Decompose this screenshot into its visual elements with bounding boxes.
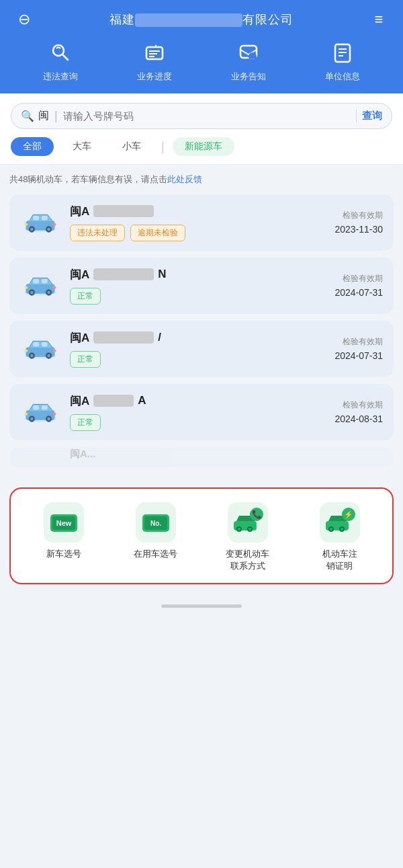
expiry-date: 2024-07-31: [334, 350, 383, 361]
action-item-new-plate[interactable]: New 新车选号: [34, 502, 94, 560]
vehicle-info: 闽AN 正常: [70, 267, 325, 305]
nav-item-unit-info[interactable]: 单位信息: [316, 42, 369, 83]
new-plate-icon-wrap: New: [44, 502, 84, 543]
vehicle-icon-wrap: [20, 274, 60, 298]
expiry-date: 2024-07-31: [334, 287, 383, 298]
vehicle-plate: 闽A: [70, 204, 325, 219]
svg-rect-46: [42, 405, 48, 409]
car-icon: [22, 337, 58, 361]
vehicle-info: 闽A...: [70, 448, 383, 466]
change-contact-icon-wrap: 📞: [228, 502, 268, 543]
badge-violation: 违法未处理: [70, 225, 125, 241]
plate-blurred: [93, 395, 134, 407]
notice-icon: ...: [238, 42, 259, 67]
home-bar: [161, 604, 242, 608]
action-item-cancel-cert[interactable]: ⚡ 机动车注销证明: [310, 502, 370, 572]
vehicle-icon-wrap: [20, 400, 60, 424]
cancel-cert-icon: ⚡: [323, 508, 357, 537]
vehicle-expiry: 检验有效期 2024-07-31: [334, 273, 383, 298]
vehicle-badges: 正常: [70, 351, 325, 368]
vehicle-icon-wrap: [20, 337, 60, 361]
vehicle-card[interactable]: 闽A 违法未处理 逾期未检验 检验有效期 2023-11-30: [9, 194, 394, 251]
action-item-used-plate[interactable]: No. 在用车选号: [126, 502, 186, 560]
new-plate-icon: New: [48, 509, 80, 536]
search-prefix: 闽: [38, 109, 49, 123]
action-label-new-plate: 新车选号: [46, 548, 81, 560]
svg-point-40: [47, 354, 50, 357]
nav-label-progress: 业务进度: [137, 71, 172, 83]
svg-point-50: [47, 417, 50, 420]
badge-normal: 正常: [70, 414, 101, 431]
vehicle-card[interactable]: 闽A/ 正常 检验有效期 2024-07-31: [9, 321, 394, 377]
nav-label-notice: 业务告知: [231, 71, 266, 83]
vehicle-card-partial: 闽A...: [9, 447, 394, 467]
logout-icon[interactable]: ⊖: [13, 11, 35, 28]
vehicle-info: 闽A 违法未处理 逾期未检验: [70, 204, 325, 241]
search-button[interactable]: 查询: [356, 110, 382, 122]
nav-item-notice[interactable]: ... 业务告知: [222, 42, 275, 83]
vehicle-info: 闽A/ 正常: [70, 330, 325, 368]
menu-icon[interactable]: ≡: [368, 11, 390, 28]
filter-tab-small[interactable]: 小车: [110, 137, 153, 156]
search-input[interactable]: [63, 110, 351, 122]
main-content: 共48辆机动车，若车辆信息有误，请点击此处反馈 闽A: [0, 165, 403, 482]
vehicle-badges: 正常: [70, 288, 325, 305]
svg-rect-15: [33, 216, 39, 220]
svg-rect-22: [53, 223, 56, 225]
car-icon: [22, 400, 58, 424]
svg-point-48: [30, 417, 34, 420]
change-contact-icon: 📞: [231, 508, 265, 537]
expiry-label: 检验有效期: [334, 399, 383, 411]
nav-bar: 违法查询 业务进度 ...: [13, 42, 390, 93]
svg-text:⚡: ⚡: [344, 510, 353, 519]
filter-tabs: 全部 大车 小车 | 新能源车: [11, 137, 392, 156]
feedback-link[interactable]: 此处反馈: [167, 174, 202, 184]
vehicle-card[interactable]: 闽AN 正常 检验有效期 2024-07-31: [9, 258, 394, 314]
vehicle-plate: 闽AN: [70, 267, 325, 282]
action-label-change-contact: 变更机动车联系方式: [226, 548, 269, 572]
svg-rect-31: [25, 286, 28, 288]
vehicle-card[interactable]: 闽AA 正常 检验有效期 2024-08-31: [9, 384, 394, 440]
vehicle-expiry: 检验有效期 2024-08-31: [334, 399, 383, 424]
svg-point-18: [30, 227, 34, 231]
svg-rect-36: [42, 342, 48, 346]
nav-item-progress[interactable]: 业务进度: [128, 42, 181, 83]
vehicle-plate: 闽A/: [70, 330, 325, 346]
svg-point-63: [249, 528, 251, 530]
unit-info-icon: [332, 42, 353, 67]
filter-tab-all[interactable]: 全部: [11, 137, 54, 156]
expiry-label: 检验有效期: [334, 273, 383, 284]
svg-point-68: [330, 528, 332, 530]
svg-point-70: [341, 528, 343, 530]
car-icon: [22, 274, 58, 298]
violation-icon: [50, 42, 71, 67]
badge-overdue: 逾期未检验: [130, 225, 185, 241]
svg-rect-16: [42, 216, 48, 220]
vehicle-badges: 违法未处理 逾期未检验: [70, 225, 325, 241]
nav-item-violation[interactable]: 违法查询: [34, 42, 87, 83]
header: ⊖ 福建有限公司 ≡ 违法查询: [0, 0, 403, 93]
svg-text:No.: No.: [150, 520, 161, 527]
filter-tab-new-energy[interactable]: 新能源车: [173, 137, 234, 156]
svg-rect-51: [25, 412, 28, 415]
plate-blurred: [93, 205, 154, 217]
home-indicator: [0, 598, 403, 619]
expiry-date: 2023-11-30: [334, 224, 383, 235]
svg-rect-26: [42, 279, 48, 283]
action-label-used-plate: 在用车选号: [134, 548, 177, 560]
expiry-label: 检验有效期: [334, 336, 383, 348]
search-icon: 🔍: [21, 110, 34, 122]
cancel-cert-icon-wrap: ⚡: [320, 502, 360, 543]
badge-normal: 正常: [70, 351, 101, 368]
filter-tab-big[interactable]: 大车: [60, 137, 103, 156]
plate-blurred: [93, 331, 154, 344]
action-item-change-contact[interactable]: 📞 变更机动车联系方式: [218, 502, 278, 572]
search-area: 🔍 闽 | 查询 全部 大车 小车 | 新能源车: [0, 93, 403, 165]
svg-point-30: [47, 290, 50, 294]
vehicle-info: 闽AA 正常: [70, 393, 325, 431]
svg-point-28: [30, 290, 34, 294]
expiry-label: 检验有效期: [334, 210, 383, 221]
header-title: 福建有限公司: [35, 11, 368, 28]
used-plate-icon: No.: [140, 509, 172, 536]
nav-label-unit-info: 单位信息: [325, 71, 360, 83]
